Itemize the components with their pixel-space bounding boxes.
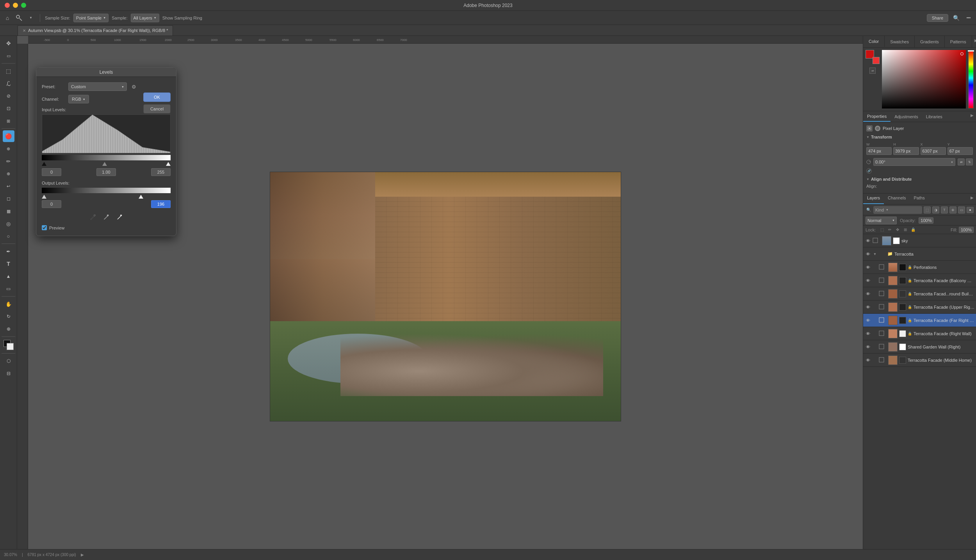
- layers-panel-options[interactable]: ▶: [968, 194, 976, 204]
- transform-section-title[interactable]: ▼ Transform: [866, 135, 973, 139]
- screen-mode-tool[interactable]: ⊟: [3, 368, 14, 379]
- visibility-icon-upper-right[interactable]: 👁: [865, 304, 871, 310]
- layer-item-terracotta-group[interactable]: 👁 ▼ 📁 Terracotta: [863, 247, 976, 261]
- output-white-field[interactable]: [151, 200, 171, 208]
- layer-item-round-buildings[interactable]: 👁 🔒 Terracotta Facad...round Buildings): [863, 287, 976, 300]
- white-eyedropper-button[interactable]: [114, 212, 125, 222]
- sample-dropdown[interactable]: All Layers ▼: [131, 14, 159, 22]
- channel-dropdown[interactable]: RGB ▼: [68, 95, 89, 103]
- flip-h-btn[interactable]: ⇄: [958, 158, 965, 165]
- lasso-tool[interactable]: ℒ: [3, 78, 14, 89]
- layer-item-balcony[interactable]: 👁 🔒 Terracotta Facade (Balcony Wall): [863, 274, 976, 287]
- tab-swatches[interactable]: Swatches: [885, 36, 915, 47]
- preview-checkbox[interactable]: [42, 225, 47, 230]
- lock-position-icon[interactable]: ✥: [894, 227, 901, 233]
- y-value[interactable]: 67 px: [948, 147, 973, 155]
- color-gradient-box[interactable]: [882, 50, 966, 108]
- maximize-button[interactable]: [21, 3, 26, 8]
- minimize-button[interactable]: [13, 3, 18, 8]
- tab-adjustments[interactable]: Adjustments: [891, 111, 922, 122]
- layer-item-middle-home[interactable]: 👁 Terracotta Facade (Middle Home): [863, 354, 976, 367]
- shape-tool[interactable]: ▭: [3, 283, 14, 295]
- visibility-icon-sky[interactable]: 👁: [865, 238, 871, 244]
- w-value[interactable]: 474 px: [866, 147, 892, 155]
- zoom-tool[interactable]: ⊕: [3, 323, 14, 335]
- document-tab[interactable]: ✕ Autumn View.psb @ 30.1% (Terracotta Fa…: [18, 25, 173, 36]
- sample-size-dropdown[interactable]: Point Sample ▼: [73, 14, 109, 22]
- healing-tool[interactable]: ⊕: [3, 143, 14, 155]
- tab-patterns[interactable]: Patterns: [945, 36, 972, 47]
- marquee-tool[interactable]: ⬚: [3, 65, 14, 77]
- tab-layers[interactable]: Layers: [863, 194, 884, 204]
- filter-toggle[interactable]: ●: [967, 207, 974, 213]
- color-swatches[interactable]: [4, 340, 14, 350]
- layer-item-sky[interactable]: 👁 sky: [863, 234, 976, 247]
- home-icon[interactable]: ⌂: [3, 14, 12, 22]
- photo-canvas[interactable]: Levels OK Cancel Auto Options... Preset:: [28, 44, 863, 549]
- status-arrow[interactable]: ▶: [81, 553, 84, 557]
- history-brush-tool[interactable]: ↩: [3, 180, 14, 192]
- clone-tool[interactable]: ⊕: [3, 168, 14, 180]
- lock-artboard-icon[interactable]: ⊞: [902, 227, 908, 233]
- visibility-icon-far-right[interactable]: 👁: [865, 317, 871, 324]
- h-value[interactable]: 3979 px: [893, 147, 919, 155]
- layers-search[interactable]: Kind ▼: [873, 206, 922, 214]
- layer-item-right-wall[interactable]: 👁 🔒 Terracotta Facade (Right Wall): [863, 327, 976, 340]
- output-black-slider[interactable]: [42, 195, 46, 199]
- lock-pixels-icon[interactable]: ✏: [887, 227, 893, 233]
- background-color[interactable]: [7, 343, 14, 350]
- filter-type-btn[interactable]: T: [941, 206, 948, 213]
- cancel-button[interactable]: Cancel: [143, 104, 171, 114]
- input-black-field[interactable]: [42, 168, 61, 176]
- align-section-title[interactable]: ▼ Align and Distribute: [866, 177, 973, 181]
- quick-select-tool[interactable]: ⊘: [3, 90, 14, 102]
- gear-icon[interactable]: ⚙: [130, 83, 138, 91]
- tab-paths[interactable]: Paths: [910, 194, 929, 204]
- visibility-icon-right-wall[interactable]: 👁: [865, 331, 871, 337]
- input-mid-field[interactable]: [96, 168, 116, 176]
- output-white-slider[interactable]: [139, 195, 143, 199]
- visibility-icon-middle-home[interactable]: 👁: [865, 357, 871, 363]
- lock-all-icon[interactable]: 🔒: [910, 227, 916, 233]
- quick-mask-tool[interactable]: ⬡: [3, 355, 14, 367]
- layer-item-garden[interactable]: 👁 Shared Garden Wall (Right): [863, 340, 976, 354]
- brush-tool[interactable]: ✏: [3, 155, 14, 167]
- layer-item-perforations[interactable]: 👁 🔒 Perforations: [863, 261, 976, 274]
- frame-tool[interactable]: ⊞: [3, 115, 14, 127]
- color-hue-bar[interactable]: [968, 50, 974, 108]
- opacity-field[interactable]: [919, 217, 933, 224]
- output-black-field[interactable]: [42, 200, 61, 208]
- layer-item-upper-right[interactable]: 👁 🔒 Terracotta Facade (Upper Right Wall): [863, 300, 976, 314]
- eraser-tool[interactable]: ◻: [3, 193, 14, 204]
- filter-pixel-btn[interactable]: ⬚: [924, 206, 931, 213]
- more-options-icon[interactable]: •••: [964, 14, 973, 22]
- foreground-background-switch-icon[interactable]: ⇄: [869, 68, 876, 74]
- visibility-icon-round[interactable]: 👁: [865, 291, 871, 297]
- white-point-slider[interactable]: [166, 162, 171, 166]
- panel-options-btn[interactable]: ▶: [972, 36, 976, 47]
- tool-options-arrow[interactable]: ▼: [27, 14, 35, 22]
- rotate-view-tool[interactable]: ↻: [3, 311, 14, 322]
- tab-channels[interactable]: Channels: [884, 194, 910, 204]
- dodge-tool[interactable]: ○: [3, 230, 14, 242]
- visibility-icon-balcony[interactable]: 👁: [865, 277, 871, 284]
- blend-mode-dropdown[interactable]: Normal ▼: [866, 217, 897, 224]
- hand-tool[interactable]: ✋: [3, 298, 14, 310]
- visibility-icon-terracotta[interactable]: 👁: [865, 251, 871, 257]
- preset-dropdown[interactable]: Custom ▼: [68, 82, 127, 91]
- gray-eyedropper-button[interactable]: [101, 212, 111, 222]
- text-tool[interactable]: T: [3, 258, 14, 270]
- tab-properties[interactable]: Properties: [863, 111, 891, 122]
- x-value[interactable]: 6307 px: [921, 147, 946, 155]
- path-selection-tool[interactable]: ▲: [3, 270, 14, 282]
- properties-panel-options[interactable]: ▶: [968, 111, 976, 122]
- tab-gradients[interactable]: Gradients: [915, 36, 945, 47]
- flip-v-btn[interactable]: ⇅: [966, 158, 973, 165]
- fill-field[interactable]: [959, 227, 974, 233]
- share-button[interactable]: Share: [927, 14, 948, 22]
- visibility-icon-garden[interactable]: 👁: [865, 344, 871, 350]
- background-swatch[interactable]: [873, 57, 880, 64]
- visibility-icon-perforations[interactable]: 👁: [865, 264, 871, 270]
- filter-smart-btn[interactable]: ⊕: [949, 206, 956, 213]
- angle-field[interactable]: 0.00° ▼: [873, 158, 955, 166]
